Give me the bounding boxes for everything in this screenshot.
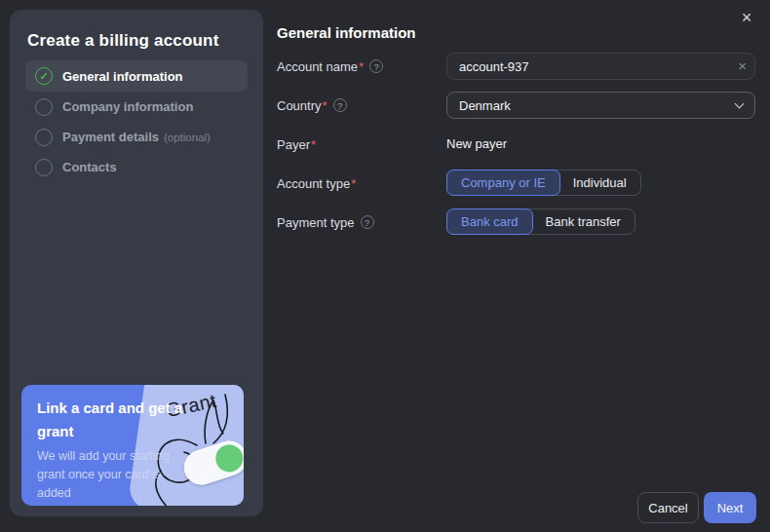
country-label: Country * ?: [277, 98, 446, 113]
account-type-segmented: Company or IE Individual: [446, 170, 641, 196]
required-marker: *: [351, 176, 356, 191]
cancel-button[interactable]: Cancel: [637, 492, 699, 523]
step-general-information[interactable]: ✓ General information: [25, 60, 248, 92]
promo-body: We will add your starting grant once you…: [37, 447, 185, 503]
create-billing-account-dialog: Create a billing account ✓ General infor…: [0, 0, 770, 532]
step-done-icon: ✓: [35, 67, 53, 85]
dialog-title: Create a billing account: [27, 31, 219, 51]
steps-sidebar: Create a billing account ✓ General infor…: [10, 10, 263, 516]
account-type-control: Company or IE Individual: [446, 170, 755, 197]
section-heading: General information: [277, 24, 416, 41]
required-marker: *: [311, 137, 316, 152]
step-payment-details[interactable]: Payment details (optional): [25, 122, 248, 152]
account-name-control: ×: [446, 53, 755, 80]
close-icon[interactable]: ×: [736, 7, 757, 28]
payment-type-row: Payment type ? Bank card Bank transfer: [277, 209, 755, 236]
payment-type-label: Payment type ?: [277, 215, 446, 230]
account-type-row: Account type * Company or IE Individual: [277, 170, 755, 197]
country-row: Country * ? Denmark: [277, 92, 755, 119]
label-text: Account name: [277, 59, 358, 74]
segment-bank-card[interactable]: Bank card: [446, 209, 533, 235]
promo-text-block: Link a card and get a grant We will add …: [37, 397, 189, 503]
payer-row: Payer * New payer: [277, 131, 755, 158]
step-circle-icon: [35, 159, 53, 176]
step-label: Payment details: [62, 130, 159, 144]
label-text: Account type: [277, 176, 350, 191]
segment-bank-transfer[interactable]: Bank transfer: [532, 209, 635, 234]
help-icon[interactable]: ?: [369, 59, 383, 73]
general-information-form: Account name * ? × Country * ? Denmark: [277, 53, 755, 247]
step-optional-suffix: (optional): [164, 132, 211, 143]
payer-value: New payer: [446, 136, 507, 151]
segment-individual[interactable]: Individual: [559, 171, 640, 195]
help-icon[interactable]: ?: [333, 98, 347, 112]
grant-promo-card[interactable]: Grant Link a card and get a grant We wil…: [21, 385, 244, 506]
label-text: Payer: [277, 137, 310, 152]
step-list: ✓ General information Company informatio…: [25, 60, 248, 182]
segment-company-or-ie[interactable]: Company or IE: [446, 170, 560, 196]
step-label: General information: [62, 69, 183, 84]
step-label: Company information: [62, 99, 193, 114]
check-icon: ✓: [39, 71, 48, 82]
toggle-knob: [212, 441, 244, 475]
required-marker: *: [323, 98, 327, 113]
account-name-row: Account name * ? ×: [277, 53, 755, 80]
country-select[interactable]: Denmark: [446, 92, 755, 119]
payment-type-segmented: Bank card Bank transfer: [446, 209, 635, 235]
step-company-information[interactable]: Company information: [25, 92, 248, 122]
step-contacts[interactable]: Contacts: [25, 152, 248, 182]
payer-label: Payer *: [277, 137, 446, 152]
account-name-label: Account name * ?: [277, 59, 446, 74]
next-button[interactable]: Next: [704, 492, 756, 523]
label-text: Country: [277, 98, 322, 113]
required-marker: *: [359, 59, 364, 74]
account-type-label: Account type *: [277, 176, 446, 191]
payment-type-control: Bank card Bank transfer: [446, 209, 755, 236]
help-icon[interactable]: ?: [361, 215, 374, 229]
clear-icon[interactable]: ×: [738, 57, 747, 75]
label-text: Payment type: [277, 215, 355, 230]
step-circle-icon: [35, 98, 53, 116]
promo-title: Link a card and get a grant: [37, 397, 189, 443]
payer-control: New payer: [446, 131, 755, 158]
step-label: Contacts: [62, 160, 117, 174]
country-control: Denmark: [446, 92, 755, 119]
step-circle-icon: [35, 129, 53, 146]
account-name-input[interactable]: [446, 53, 755, 80]
